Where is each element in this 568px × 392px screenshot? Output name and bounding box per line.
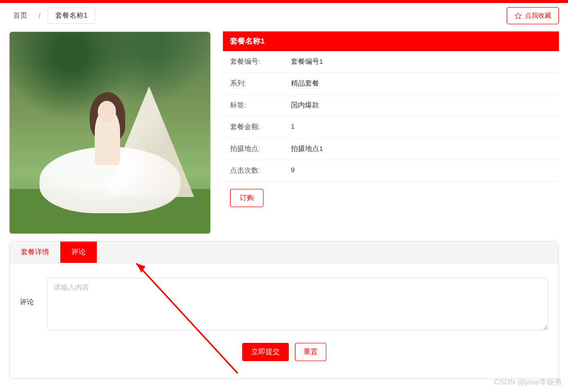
info-row-label: 点击次数:: [230, 166, 291, 175]
tab-detail[interactable]: 套餐详情: [10, 242, 60, 263]
order-button[interactable]: 订购: [230, 189, 263, 207]
tab-bar: 套餐详情 评论: [10, 242, 558, 263]
breadcrumb: 首页 / 套餐名称1: [9, 8, 95, 24]
star-icon: [514, 12, 522, 20]
info-row: 套餐编号:套餐编号1: [223, 51, 559, 73]
info-row-value: 1: [291, 123, 552, 132]
info-row-value: 9: [291, 166, 552, 175]
info-row: 系列:精品套餐: [223, 73, 559, 95]
header-row: 首页 / 套餐名称1 点我收藏: [9, 3, 559, 31]
content-row: 套餐名称1 套餐编号:套餐编号1系列:精品套餐标签:国内爆款套餐金额:1拍摄地点…: [9, 31, 559, 241]
comment-textarea[interactable]: [47, 278, 548, 330]
info-row: 标签:国内爆款: [223, 95, 559, 116]
info-row: 套餐金额:1: [223, 116, 559, 138]
submit-button[interactable]: 立即提交: [242, 343, 289, 361]
favorite-button[interactable]: 点我收藏: [507, 7, 559, 24]
info-row-label: 系列:: [230, 79, 291, 88]
breadcrumb-home[interactable]: 首页: [9, 9, 31, 22]
info-row-value: 套餐编号1: [291, 57, 552, 66]
info-row-value: 拍摄地点1: [291, 144, 552, 153]
info-row-label: 套餐编号:: [230, 57, 291, 66]
info-row-label: 套餐金额:: [230, 123, 291, 132]
info-row-value: 精品套餐: [291, 79, 552, 88]
info-row: 拍摄地点:拍摄地点1: [223, 138, 559, 160]
info-row-label: 标签:: [230, 101, 291, 110]
svg-marker-0: [515, 13, 521, 19]
product-title: 套餐名称1: [223, 31, 559, 51]
tabs-section: 套餐详情 评论 评论 立即提交 重置: [9, 241, 559, 379]
info-row-value: 国内爆款: [291, 101, 552, 110]
product-image: [9, 31, 211, 234]
info-row: 点击次数:9: [223, 160, 559, 182]
tab-content-comment: 评论 立即提交 重置: [10, 263, 558, 378]
info-panel: 套餐名称1 套餐编号:套餐编号1系列:精品套餐标签:国内爆款套餐金额:1拍摄地点…: [223, 31, 559, 234]
reset-button[interactable]: 重置: [295, 343, 326, 361]
comment-field-label: 评论: [20, 278, 40, 307]
info-row-label: 拍摄地点:: [230, 144, 291, 153]
tab-comment[interactable]: 评论: [60, 242, 97, 263]
breadcrumb-current: 套餐名称1: [48, 8, 95, 24]
breadcrumb-separator: /: [39, 12, 41, 20]
svg-marker-2: [136, 263, 145, 272]
favorite-label: 点我收藏: [525, 11, 551, 20]
